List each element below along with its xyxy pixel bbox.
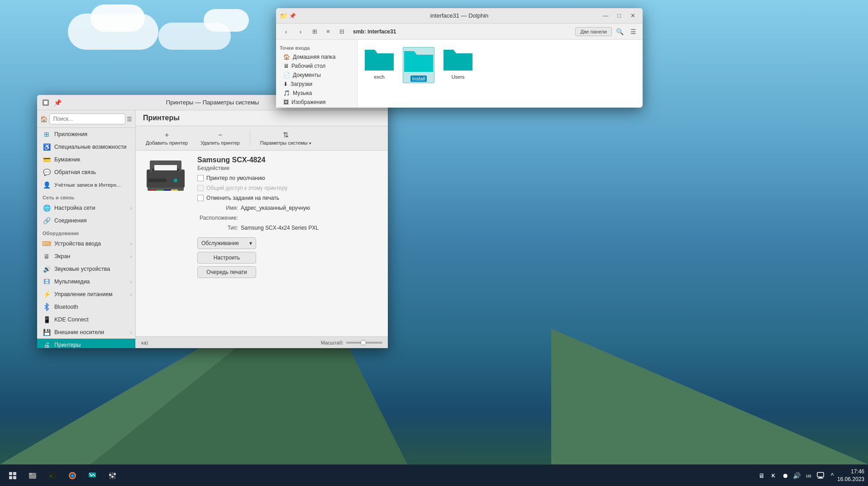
sidebar-menu-btn[interactable]: ☰	[125, 113, 134, 124]
network-icon: 🌐	[43, 204, 51, 212]
sidebar-item-wallet[interactable]: 💳 Бумажник	[37, 153, 135, 166]
dolphin-item-images[interactable]: 🖼 Изображения	[276, 98, 357, 107]
tray-screen-icon[interactable]: 🖥	[757, 471, 767, 481]
images-icon: 🖼	[283, 99, 289, 105]
taskbar-monitor-btn[interactable]	[83, 467, 101, 485]
chevron-right-icon-5: ›	[130, 292, 132, 297]
sidebar-item-input[interactable]: ⌨ Устройства ввода ›	[37, 237, 135, 250]
sidebar-item-power[interactable]: ⚡ Управление питанием ›	[37, 288, 135, 301]
tray-us-label[interactable]: us	[804, 471, 814, 481]
dolphin-maximize-btn[interactable]: □	[613, 11, 625, 21]
svg-rect-21	[9, 476, 12, 479]
taskbar-files-btn[interactable]	[24, 467, 42, 485]
folder-users[interactable]: Users	[444, 47, 472, 80]
dolphin-pin-icon[interactable]: 📌	[289, 13, 296, 19]
chevron-right-icon-4: ›	[130, 279, 132, 284]
dolphin-close-btn[interactable]: ✕	[626, 11, 639, 21]
sidebar-item-network[interactable]: 🌐 Настройка сети ›	[37, 202, 135, 214]
dolphin-item-documents-label: Документы	[293, 72, 321, 78]
taskbar-mixer-btn[interactable]	[103, 467, 121, 485]
dolphin-search-btn[interactable]: 🔍	[614, 26, 625, 38]
settings-sidebar: 🏠 ☰ ⊞ Приложения ♿ Специальные возможнос…	[37, 110, 136, 348]
printer-default-checkbox[interactable]	[197, 175, 204, 181]
settings-window-body: 🏠 ☰ ⊞ Приложения ♿ Специальные возможнос…	[37, 110, 388, 348]
pin-icon[interactable]: 📌	[52, 98, 62, 108]
tray-expand-icon[interactable]: ^	[827, 471, 837, 481]
sidebar-item-accounts[interactable]: 👤 Учётные записи в Интерн...	[37, 179, 135, 191]
printer-type-field-value: Samsung SCX-4x24 Series PXL	[241, 225, 319, 231]
printer-cancel-checkbox[interactable]	[197, 195, 204, 201]
tray-kde-icon[interactable]: K	[768, 471, 778, 481]
dolphin-item-home[interactable]: 🏠 Домашняя папка	[276, 52, 357, 61]
dolphin-item-downloads[interactable]: ⬇ Загрузки	[276, 80, 357, 89]
settings-window-title: Принтеры — Параметры системы	[166, 99, 259, 106]
printer-name: Samsung SCX-4824	[197, 156, 319, 164]
folder-exch[interactable]: exch	[365, 47, 394, 80]
sidebar-item-connections[interactable]: 🔗 Соединения	[37, 214, 135, 227]
sidebar-item-kde-connect[interactable]: 📱 KDE Connect	[37, 313, 135, 326]
printer-info: Samsung SCX-4824 Бездействие Принтер по …	[197, 156, 319, 278]
kde-connect-icon: 📱	[43, 316, 51, 324]
terminal-icon: >_	[48, 471, 57, 480]
status-zoom: Масштаб:	[321, 340, 382, 345]
settings-icon-svg	[42, 99, 50, 107]
sidebar-item-applications[interactable]: ⊞ Приложения	[37, 128, 135, 141]
sidebar-section-hardware: Оборудование	[37, 227, 135, 237]
folder-install-icon	[404, 48, 433, 74]
svg-rect-34	[109, 474, 111, 476]
configure-btn[interactable]: Настроить	[197, 252, 256, 264]
taskbar-firefox-btn[interactable]	[63, 467, 81, 485]
sidebar-home-btn[interactable]: 🏠	[39, 112, 49, 126]
printer-default-label: Принтер по умолчанию	[206, 175, 265, 181]
sidebar-item-storage[interactable]: 💾 Внешние носители ›	[37, 326, 135, 339]
dolphin-forward-btn[interactable]: ›	[294, 25, 307, 38]
input-icon: ⌨	[43, 240, 51, 248]
printer-share-row: Общий доступ к этому принтеру	[197, 185, 319, 191]
add-printer-btn[interactable]: + Добавить принтер	[141, 129, 192, 147]
svg-rect-24	[29, 473, 32, 475]
printer-share-checkbox	[197, 185, 204, 191]
sidebar-item-multimedia-label: Мультимедиа	[54, 278, 90, 285]
dolphin-item-documents[interactable]: 📄 Документы	[276, 71, 357, 80]
remove-printer-btn[interactable]: − Удалить принтер	[196, 129, 244, 147]
sidebar-item-accessibility[interactable]: ♿ Специальные возможности	[37, 141, 135, 153]
dolphin-icon-view-btn[interactable]: ⊞	[309, 26, 320, 38]
sidebar-item-display[interactable]: 🖥 Экран ›	[37, 250, 135, 263]
system-settings-btn[interactable]: ⇅ Параметры системы ▾	[256, 129, 316, 147]
display-icon: 🖥	[43, 252, 51, 260]
sidebar-search-input[interactable]	[49, 113, 125, 124]
tray-network-icon[interactable]	[816, 471, 825, 481]
dolphin-two-panels-btn[interactable]: Две панели	[575, 27, 612, 36]
tray-volume-icon[interactable]: 🔊	[792, 471, 802, 481]
printer-toolbar: + Добавить принтер − Удалить принтер ⇅ П…	[136, 126, 388, 151]
svg-rect-7	[44, 101, 48, 104]
sidebar-item-multimedia[interactable]: 🎞 Мультимедиа ›	[37, 275, 135, 288]
taskbar-apps-btn[interactable]	[4, 467, 22, 485]
dropdown-icon: ▾	[249, 240, 252, 246]
dolphin-back-btn[interactable]: ‹	[280, 25, 292, 38]
taskbar-terminal-btn[interactable]: >_	[43, 467, 62, 485]
sidebar-item-printers[interactable]: 🖨 Принтеры	[37, 339, 135, 348]
service-btn[interactable]: Обслуживание ▾	[197, 237, 256, 249]
sidebar-item-bluetooth[interactable]: Bluetooth	[37, 301, 135, 313]
network-tray-icon	[817, 472, 824, 479]
dolphin-item-desktop[interactable]: 🖥 Рабочий стол	[276, 61, 357, 71]
sidebar-item-audio[interactable]: 🔊 Звуковые устройства	[37, 263, 135, 275]
feedback-icon: 💬	[43, 168, 51, 176]
dolphin-titlebar: 📁 📌 interface31 — Dolphin — □ ✕	[276, 8, 643, 24]
folder-install[interactable]: Install	[403, 47, 434, 83]
chevron-right-icon-2: ›	[130, 241, 132, 246]
settings-window: 📌 Принтеры — Параметры системы — △ ✕ 🏠 ☰…	[37, 95, 388, 348]
dolphin-minimize-btn[interactable]: —	[599, 11, 612, 21]
dolphin-detail-view-btn[interactable]: ≡	[322, 26, 334, 38]
dolphin-menu-btn[interactable]: ☰	[627, 26, 639, 38]
tray-record-icon[interactable]: ⏺	[780, 471, 790, 481]
zoom-label: Масштаб:	[321, 340, 343, 345]
dolphin-column-view-btn[interactable]: ⊟	[336, 26, 348, 38]
queue-btn[interactable]: Очередь печати	[197, 266, 256, 278]
zoom-slider[interactable]	[346, 342, 382, 344]
sidebar-item-feedback[interactable]: 💬 Обратная связь	[37, 166, 135, 179]
dolphin-item-music[interactable]: 🎵 Музыка	[276, 89, 357, 98]
svg-rect-33	[114, 472, 115, 479]
settings-label-text: Параметры системы	[260, 140, 308, 146]
